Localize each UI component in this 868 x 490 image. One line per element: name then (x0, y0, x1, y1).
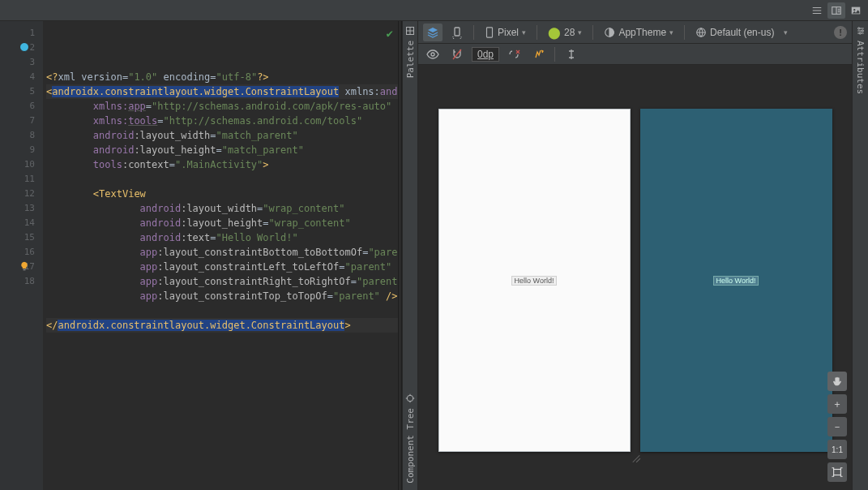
magnet-icon[interactable] (447, 45, 467, 63)
design-subtoolbar: 0dp (418, 44, 852, 65)
code-line[interactable]: <TextView (46, 187, 398, 201)
default-margin[interactable]: 0dp (472, 47, 499, 62)
globe-icon (695, 27, 707, 38)
api-level: 28 (564, 27, 575, 38)
design-preview[interactable]: Hello World! (438, 109, 631, 452)
svg-rect-15 (834, 470, 841, 475)
svg-rect-3 (24, 269, 26, 271)
view-mode-split-icon[interactable] (827, 2, 845, 19)
chevron-down-icon: ▾ (522, 28, 526, 37)
theme-icon (604, 27, 615, 38)
warnings-badge[interactable]: ! (834, 26, 847, 39)
svg-point-5 (407, 396, 413, 402)
zoom-out-button[interactable]: － (827, 417, 847, 436)
view-mode-design-icon[interactable] (847, 2, 865, 19)
svg-point-17 (862, 30, 863, 32)
blueprint-textview[interactable]: Hello World! (713, 276, 759, 286)
zoom-fit-icon[interactable] (827, 462, 847, 482)
code-line[interactable]: android:layout_height="match_parent" (46, 143, 398, 157)
phone-icon (485, 27, 494, 38)
titlebar (0, 0, 868, 21)
locale-name: Default (en-us) (710, 27, 774, 38)
orientation-icon[interactable] (447, 24, 467, 41)
svg-point-10 (431, 53, 434, 56)
device-selector[interactable]: Pixel ▾ (481, 24, 530, 41)
android-icon: ⬤ (548, 26, 561, 39)
clear-constraints-icon[interactable] (504, 45, 524, 63)
palette-tab[interactable]: Palette Component Tree (402, 21, 418, 490)
zoom-reset-button[interactable]: 1:1 (827, 440, 847, 459)
pan-tool-icon[interactable] (827, 372, 847, 391)
palette-icon (405, 26, 415, 36)
infer-constraints-icon[interactable] (528, 45, 548, 63)
sliders-icon (856, 26, 866, 36)
zoom-in-button[interactable]: ＋ (827, 394, 847, 414)
chevron-down-icon: ▾ (784, 28, 788, 37)
svg-point-16 (857, 28, 859, 29)
code-line[interactable]: app:layout_constraintTop_toTopOf="parent… (46, 289, 398, 303)
view-mode-list-icon[interactable] (808, 2, 826, 19)
no-errors-icon: ✔ (387, 26, 393, 41)
resize-grip[interactable] (630, 451, 641, 462)
device-name: Pixel (498, 27, 519, 38)
guidelines-icon[interactable] (562, 45, 581, 63)
blueprint-preview[interactable]: Hello World! (640, 109, 832, 452)
code-line[interactable]: android:layout_width="match_parent" (46, 128, 398, 143)
view-options-icon[interactable] (423, 45, 443, 63)
svg-point-18 (859, 32, 861, 34)
component-tree-icon (405, 393, 415, 403)
svg-point-2 (853, 8, 855, 10)
svg-rect-6 (455, 28, 460, 36)
locale-selector[interactable]: Default (en-us) ▾ (691, 24, 792, 41)
design-pane: Pixel ▾ ⬤ 28 ▾ AppTheme ▾ D (418, 21, 852, 490)
code-line[interactable] (46, 303, 398, 318)
theme-selector[interactable]: AppTheme ▾ (600, 24, 678, 41)
api-selector[interactable]: ⬤ 28 ▾ (544, 24, 586, 41)
palette-label: Palette (405, 41, 416, 78)
intention-bulb-icon[interactable] (19, 261, 29, 271)
attributes-tab[interactable]: Attributes (852, 21, 868, 490)
code-line[interactable]: tools:context=".MainActivity"> (46, 157, 398, 172)
svg-rect-7 (487, 27, 493, 37)
component-tree-label: Component Tree (405, 408, 416, 484)
line-gutter: 123456789101112131415161718 (0, 21, 43, 490)
code-area[interactable]: <?xml version="1.0" encoding="utf-8"?><a… (43, 21, 398, 490)
code-editor[interactable]: 123456789101112131415161718 <?xml versio… (0, 21, 398, 490)
code-line[interactable]: app:layout_constraintRight_toRightOf="pa… (46, 274, 398, 289)
code-line[interactable]: android:text="Hello World!" (46, 230, 398, 245)
code-line[interactable]: android:layout_height="wrap_content" (46, 216, 398, 230)
preview-textview[interactable]: Hello World! (511, 276, 558, 286)
code-line[interactable]: </androidx.constraintlayout.widget.Const… (46, 318, 398, 333)
code-line[interactable]: <?xml version="1.0" encoding="utf-8"?> (46, 70, 398, 84)
code-line[interactable] (46, 172, 398, 187)
attributes-label: Attributes (855, 41, 866, 94)
code-line[interactable]: app:layout_constraintBottom_toBottomOf="… (46, 245, 398, 260)
design-surface-icon[interactable] (423, 24, 443, 41)
code-line[interactable]: xmlns:tools="http://schemas.android.com/… (46, 114, 398, 128)
code-line[interactable]: app:layout_constraintLeft_toLeftOf="pare… (46, 260, 398, 274)
code-line[interactable]: android:layout_width="wrap_content" (46, 201, 398, 216)
theme-name: AppTheme (618, 27, 666, 38)
design-toolbar: Pixel ▾ ⬤ 28 ▾ AppTheme ▾ D (418, 21, 852, 44)
code-line[interactable]: <androidx.constraintlayout.widget.Constr… (46, 84, 398, 99)
chevron-down-icon: ▾ (578, 28, 582, 37)
zoom-controls: ＋ － 1:1 (827, 372, 847, 482)
chevron-down-icon: ▾ (669, 28, 673, 37)
code-line[interactable]: xmlns:app="http://schemas.android.com/ap… (46, 99, 398, 114)
design-canvas[interactable]: Hello World! Hello World! ＋ － 1:1 (418, 65, 852, 490)
